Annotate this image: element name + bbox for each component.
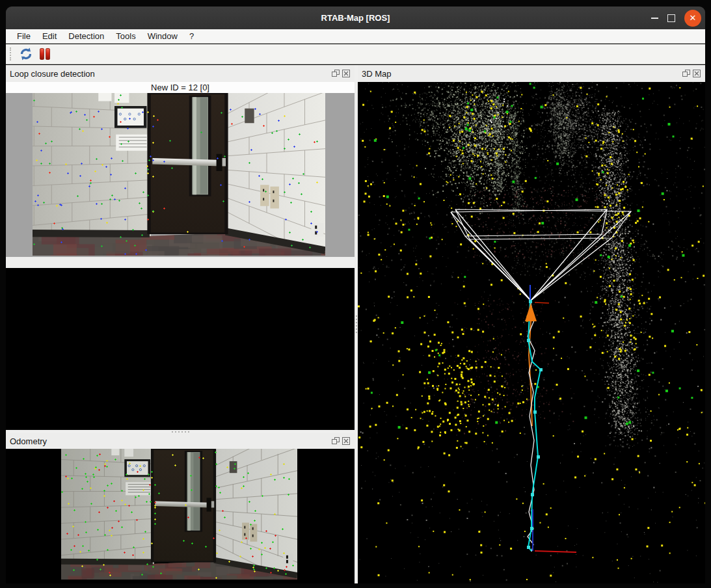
minimize-button[interactable] [651, 18, 658, 19]
maximize-button[interactable] [667, 14, 675, 22]
pause-icon [38, 47, 52, 61]
dock-area: Loop closure detection New ID = 12 [0] O… [6, 65, 705, 583]
loop-closure-bottom-strip [6, 257, 355, 268]
odometry-dock-title: Odometry [10, 436, 47, 446]
menubar: File Edit Detection Tools Window ? [6, 29, 705, 44]
float-dock-icon[interactable] [332, 437, 340, 445]
loop-closure-id-text: New ID = 12 [0] [6, 82, 355, 93]
window-controls: ✕ [651, 7, 701, 29]
loop-closure-dock-titlebar[interactable]: Loop closure detection [6, 65, 355, 82]
menu-item-file[interactable]: File [11, 30, 36, 42]
toolbar-drag-handle[interactable] [10, 47, 14, 60]
menu-item-help[interactable]: ? [183, 30, 200, 42]
float-dock-icon[interactable] [332, 70, 340, 77]
close-dock-icon[interactable] [693, 70, 701, 77]
map3d-dock-title: 3D Map [362, 69, 392, 79]
map3d-dock-titlebar[interactable]: 3D Map [358, 65, 705, 82]
window-title: RTAB-Map [ROS] [6, 7, 705, 29]
refresh-button[interactable] [18, 46, 34, 62]
menu-item-tools[interactable]: Tools [110, 30, 141, 42]
odometry-camera-image [61, 449, 297, 580]
close-dock-icon[interactable] [342, 437, 350, 445]
menu-item-edit[interactable]: Edit [36, 30, 62, 42]
menu-item-detection[interactable]: Detection [62, 30, 110, 42]
pause-button[interactable] [36, 46, 53, 62]
titlebar[interactable]: RTAB-Map [ROS] ✕ [6, 7, 705, 29]
menu-item-window[interactable]: Window [142, 30, 183, 42]
toolbar [6, 44, 705, 64]
float-dock-icon[interactable] [682, 70, 690, 77]
close-button[interactable]: ✕ [684, 10, 701, 27]
loop-closure-image-area [6, 93, 355, 257]
refresh-icon [19, 47, 33, 61]
close-dock-icon[interactable] [342, 70, 350, 77]
loop-closure-dock-title: Loop closure detection [10, 69, 95, 79]
map3d-view-area [358, 82, 705, 583]
central-empty-area [6, 268, 355, 430]
odometry-dock-titlebar[interactable]: Odometry [6, 433, 355, 449]
app-window: { "window": {"title": "RTAB-Map [ROS]", … [0, 0, 711, 588]
loop-closure-camera-image [33, 93, 325, 256]
odometry-image-area [6, 449, 355, 583]
map3d-pointcloud-view[interactable] [358, 82, 705, 583]
